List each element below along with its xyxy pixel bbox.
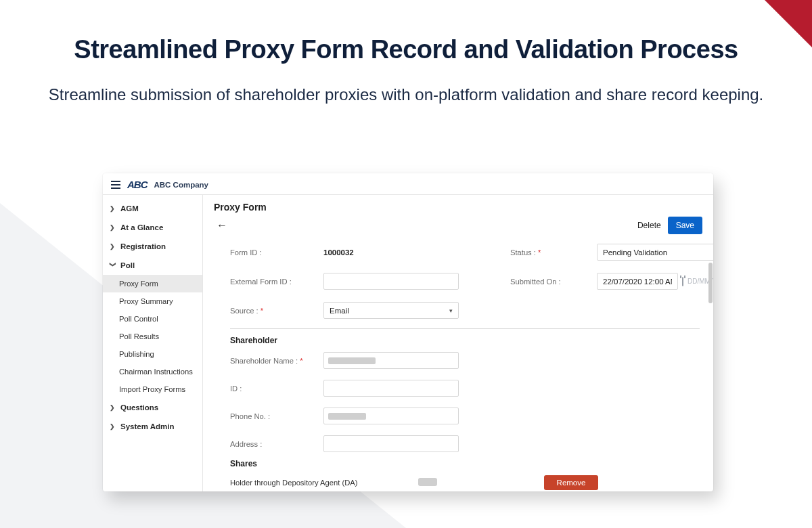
sidebar-item-label: Registration — [120, 242, 166, 250]
remove-button[interactable]: Remove — [544, 475, 598, 490]
address-input[interactable] — [323, 435, 459, 452]
sidebar-item-agm[interactable]: ❯ AGM — [103, 199, 202, 218]
source-value: Email — [330, 307, 349, 315]
status-select[interactable]: Pending Validation ▾ — [597, 244, 713, 261]
status-label: Status : — [510, 248, 591, 257]
sidebar-item-label: Poll — [120, 261, 135, 269]
form-id-label: Form ID : — [230, 248, 318, 257]
redacted-value — [418, 478, 437, 486]
divider — [230, 328, 700, 329]
app-window: ABC ABC Company ❯ AGM ❯ At a Glance ❯ Re… — [103, 173, 713, 491]
submitted-on-label: Submitted On : — [510, 278, 591, 286]
submitted-on-input[interactable] — [597, 273, 678, 290]
id-input[interactable] — [323, 380, 459, 397]
chevron-right-icon: ❯ — [110, 205, 116, 212]
sidebar-item-system-admin[interactable]: ❯ System Admin — [103, 417, 202, 436]
save-button[interactable]: Save — [668, 217, 702, 234]
address-label: Address : — [230, 440, 318, 448]
source-select[interactable]: Email ▾ — [323, 302, 459, 319]
form-id-value: 1000032 — [323, 248, 459, 257]
sidebar-sub-publishing[interactable]: Publishing — [103, 345, 202, 363]
scrollbar[interactable] — [708, 263, 713, 303]
shareholder-section-title: Shareholder — [230, 336, 700, 345]
phone-label: Phone No. : — [230, 412, 318, 420]
sidebar-item-label: Questions — [120, 403, 158, 412]
sidebar-sub-poll-results[interactable]: Poll Results — [103, 328, 202, 345]
sidebar-item-questions[interactable]: ❯ Questions — [103, 398, 202, 417]
sidebar-sub-proxy-summary[interactable]: Proxy Summary — [103, 292, 202, 310]
sidebar-item-label: AGM — [120, 204, 139, 213]
sidebar-item-label: At a Glance — [120, 223, 163, 232]
source-label: Source : — [230, 307, 318, 315]
company-name: ABC Company — [154, 181, 209, 189]
back-arrow-icon[interactable]: ← — [214, 218, 230, 233]
chevron-right-icon: ❯ — [110, 423, 116, 430]
external-form-id-label: External Form ID : — [230, 278, 318, 286]
sidebar: ❯ AGM ❯ At a Glance ❯ Registration ❯ Pol… — [103, 195, 203, 491]
external-form-id-input[interactable] — [323, 273, 459, 290]
sidebar-sub-poll-control[interactable]: Poll Control — [103, 310, 202, 328]
shares-section-title: Shares — [230, 459, 700, 468]
phone-input[interactable] — [323, 408, 459, 424]
shareholder-name-input[interactable] — [323, 352, 459, 369]
corner-accent — [765, 0, 812, 47]
holder-da-label: Holder through Depository Agent (DA) — [230, 479, 413, 487]
sidebar-item-registration[interactable]: ❯ Registration — [103, 237, 202, 256]
shareholder-name-label: Shareholder Name : — [230, 357, 318, 365]
id-label: ID : — [230, 384, 318, 393]
delete-button[interactable]: Delete — [637, 221, 661, 230]
chevron-right-icon: ❯ — [110, 404, 116, 411]
calendar-icon[interactable] — [682, 277, 683, 286]
sidebar-sub-proxy-form[interactable]: Proxy Form — [103, 275, 202, 292]
chevron-right-icon: ❯ — [110, 224, 116, 231]
sidebar-item-label: System Admin — [120, 422, 174, 431]
sidebar-item-poll[interactable]: ❯ Poll — [103, 256, 202, 275]
chevron-down-icon: ❯ — [110, 262, 116, 269]
logo: ABC — [127, 179, 148, 190]
page-title: Proxy Form — [203, 195, 713, 215]
hero-heading: Streamlined Proxy Form Record and Valida… — [0, 35, 812, 64]
hero-subtitle: Streamline submission of shareholder pro… — [0, 83, 812, 107]
status-value: Pending Validation — [603, 248, 667, 257]
sidebar-sub-chairman-instructions[interactable]: Chairman Instructions — [103, 363, 202, 380]
chevron-right-icon: ❯ — [110, 243, 116, 250]
chevron-down-icon: ▾ — [449, 307, 453, 314]
sidebar-item-at-a-glance[interactable]: ❯ At a Glance — [103, 218, 202, 237]
app-header: ABC ABC Company — [103, 173, 713, 195]
main-panel: Proxy Form ← Delete Save Form ID : 10000… — [203, 195, 713, 491]
sidebar-sub-import-proxy-forms[interactable]: Import Proxy Forms — [103, 380, 202, 398]
hamburger-icon[interactable] — [111, 181, 120, 189]
